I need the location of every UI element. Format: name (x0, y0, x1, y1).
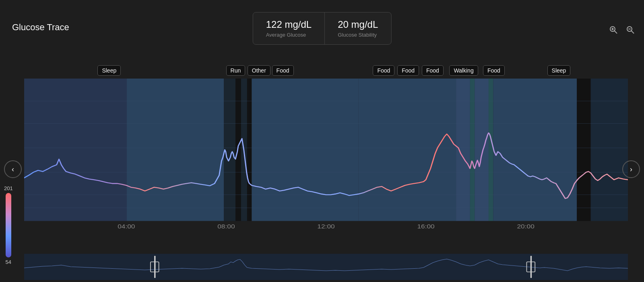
svg-line-5 (632, 31, 634, 34)
svg-rect-18 (493, 79, 577, 221)
event-sleep-1: Sleep (97, 65, 121, 76)
svg-rect-13 (359, 79, 456, 221)
event-food-4: Food (422, 65, 444, 76)
svg-rect-7 (24, 79, 127, 221)
main-chart: 210 180 150 120 90 60 50 04:00 08:00 12:… (24, 79, 628, 240)
color-scale: 201 54 (4, 185, 13, 265)
glucose-stability-stat: 20 mg/dL Glucose Stability (324, 12, 391, 44)
zoom-in-icon[interactable] (608, 24, 619, 35)
svg-rect-10 (235, 79, 241, 221)
color-gradient-bar (6, 193, 11, 257)
event-food-1: Food (272, 65, 294, 76)
scale-max-label: 201 (4, 185, 13, 191)
svg-rect-43 (526, 262, 535, 272)
average-glucose-stat: 122 mg/dL Average Glucose (253, 12, 324, 44)
svg-text:12:00: 12:00 (317, 224, 335, 230)
toolbar (608, 24, 636, 35)
event-food-3: Food (397, 65, 419, 76)
svg-rect-16 (475, 79, 489, 221)
glucose-stability-label: Glucose Stability (338, 32, 378, 38)
prev-button[interactable]: ‹ (4, 160, 22, 178)
svg-rect-14 (456, 79, 470, 221)
svg-rect-8 (127, 79, 224, 221)
svg-rect-41 (151, 262, 159, 272)
svg-rect-12 (252, 79, 358, 221)
svg-line-1 (615, 31, 617, 34)
svg-rect-11 (247, 79, 252, 221)
svg-rect-17 (489, 79, 493, 221)
page-title: Glucose Trace (12, 22, 69, 33)
event-other: Other (248, 65, 270, 76)
average-glucose-value: 122 mg/dL (266, 19, 312, 30)
svg-text:08:00: 08:00 (217, 224, 235, 230)
event-food-2: Food (373, 65, 394, 76)
scale-min-label: 54 (6, 259, 11, 265)
svg-rect-15 (470, 79, 475, 221)
minimap[interactable] (24, 254, 628, 280)
event-walking: Walking (449, 65, 478, 76)
glucose-stability-value: 20 mg/dL (338, 19, 378, 30)
event-run: Run (226, 65, 246, 76)
next-button[interactable]: › (622, 160, 640, 178)
svg-text:20:00: 20:00 (517, 224, 535, 230)
event-sleep-2: Sleep (547, 65, 571, 76)
reset-zoom-icon[interactable] (625, 24, 636, 35)
svg-text:04:00: 04:00 (118, 224, 135, 230)
svg-rect-20 (591, 79, 628, 221)
average-glucose-label: Average Glucose (266, 32, 312, 38)
svg-rect-19 (577, 79, 591, 221)
stats-box: 122 mg/dL Average Glucose 20 mg/dL Gluco… (253, 12, 392, 45)
svg-rect-39 (24, 254, 628, 280)
event-labels: Sleep Run Other Food Food Food Food Walk… (24, 65, 636, 81)
event-food-5: Food (483, 65, 505, 76)
svg-text:16:00: 16:00 (417, 224, 435, 230)
